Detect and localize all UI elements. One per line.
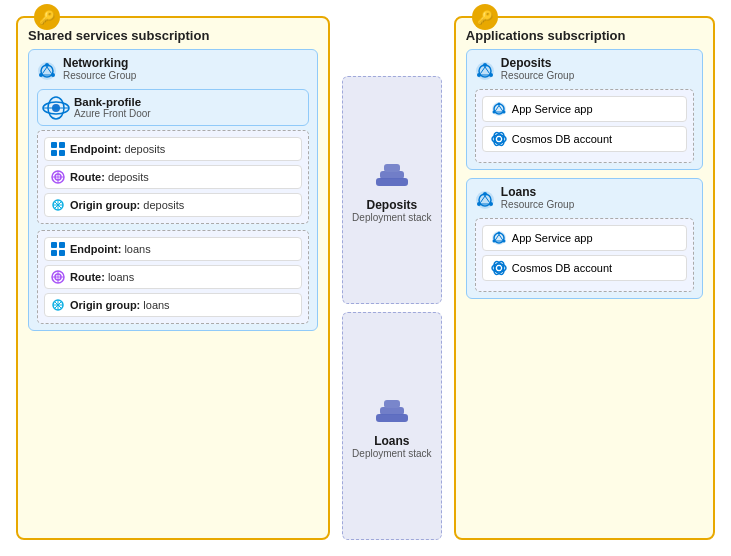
shared-services-key-icon: 🔑 [34,4,60,30]
list-item: Origin group: loans [44,293,302,317]
grid-icon [51,142,65,156]
svg-point-3 [39,73,43,77]
loans-rg-subtitle: Resource Group [501,199,574,210]
deposits-resource-group: Deposits Resource Group [466,49,703,170]
svg-point-75 [497,232,500,235]
origin-icon [51,198,65,212]
svg-point-55 [497,103,500,106]
networking-resource-group: Networking Resource Group Bank-profile A… [28,49,318,331]
svg-rect-44 [384,400,400,408]
shared-services-subscription: 🔑 Shared services subscription [16,16,330,540]
svg-point-84 [497,266,501,270]
origin-icon [51,298,65,312]
svg-rect-41 [384,164,400,172]
route-deposits-label: Route: deposits [70,171,149,183]
deposits-stack-icon [372,158,412,198]
route-loans-label: Route: loans [70,271,134,283]
svg-point-57 [502,111,505,114]
applications-subscription: 🔑 Applications subscription [454,16,715,540]
loans-rg-title: Loans [501,185,574,199]
loans-endpoints-section: Endpoint: loans Route: loans [37,230,309,324]
loans-deployment-stack: Loans Deployment stack [342,312,442,540]
list-item: Cosmos DB account [482,255,687,281]
svg-point-2 [45,63,49,67]
azure-front-door-icon [42,94,70,122]
list-item: Endpoint: loans [44,237,302,261]
svg-point-68 [477,202,481,206]
svg-rect-13 [51,142,57,148]
loans-stack-subtitle: Deployment stack [352,448,431,459]
list-item: App Service app [482,96,687,122]
endpoint-deposits-label: Endpoint: deposits [70,143,165,155]
svg-point-56 [492,111,495,114]
svg-point-77 [502,240,505,243]
bank-profile-front-door: Bank-profile Azure Front Door [37,89,309,126]
networking-rg-icon [37,61,57,81]
front-door-subtitle: Azure Front Door [74,108,300,119]
endpoint-loans-label: Endpoint: loans [70,243,151,255]
svg-point-47 [483,63,487,67]
center-deployment-area: Deposits Deployment stack Loans Deployme… [342,16,442,540]
deposits-rg-icon [475,61,495,81]
applications-subscription-title: Applications subscription [466,28,703,43]
app-service-loans-label: App Service app [512,232,593,244]
svg-rect-43 [380,407,404,415]
origin-deposits-label: Origin group: deposits [70,199,184,211]
deposits-rg-title: Deposits [501,56,574,70]
list-item: App Service app [482,225,687,251]
app-service-icon [491,101,507,117]
svg-rect-39 [376,178,408,186]
route-icon [51,270,65,284]
deposits-resources-section: App Service app Cosmos DB account [475,89,694,163]
loans-stack-title: Loans [374,434,409,448]
svg-rect-15 [51,150,57,156]
networking-rg-title: Networking [63,56,136,70]
svg-point-64 [497,137,501,141]
deposits-stack-subtitle: Deployment stack [352,212,431,223]
svg-rect-40 [380,171,404,179]
deposits-endpoints-section: Endpoint: deposits Route: deposits [37,130,309,224]
route-icon [51,170,65,184]
loans-resource-group: Loans Resource Group [466,178,703,299]
origin-loans-label: Origin group: loans [70,299,170,311]
svg-rect-16 [59,150,65,156]
list-item: Cosmos DB account [482,126,687,152]
svg-rect-14 [59,142,65,148]
svg-rect-26 [51,242,57,248]
front-door-title: Bank-profile [74,96,300,108]
app-service-deposits-label: App Service app [512,103,593,115]
cosmos-deposits-label: Cosmos DB account [512,133,612,145]
list-item: Endpoint: deposits [44,137,302,161]
list-item: Origin group: deposits [44,193,302,217]
grid-icon [51,242,65,256]
svg-rect-42 [376,414,408,422]
cosmos-db-icon-loans [491,260,507,276]
shared-subscription-title: Shared services subscription [28,28,318,43]
list-item: Route: loans [44,265,302,289]
svg-point-4 [51,73,55,77]
deposits-deployment-stack: Deposits Deployment stack [342,76,442,304]
applications-key-icon: 🔑 [472,4,498,30]
svg-rect-27 [59,242,65,248]
list-item: Route: deposits [44,165,302,189]
networking-rg-subtitle: Resource Group [63,70,136,81]
diagram: 🔑 Shared services subscription [0,0,731,556]
svg-rect-28 [51,250,57,256]
svg-point-48 [477,73,481,77]
cosmos-db-icon [491,131,507,147]
deposits-rg-subtitle: Resource Group [501,70,574,81]
svg-rect-29 [59,250,65,256]
loans-rg-icon [475,190,495,210]
loans-stack-icon [372,394,412,434]
svg-point-69 [489,202,493,206]
svg-point-49 [489,73,493,77]
cosmos-loans-label: Cosmos DB account [512,262,612,274]
deposits-stack-title: Deposits [367,198,418,212]
svg-point-76 [492,240,495,243]
app-service-icon-loans [491,230,507,246]
svg-point-67 [483,192,487,196]
loans-resources-section: App Service app Cosmos DB account [475,218,694,292]
